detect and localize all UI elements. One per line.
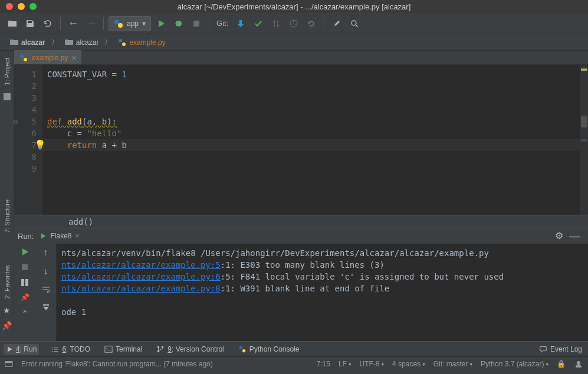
git-revert-button[interactable] — [304, 16, 319, 31]
event-log-button[interactable]: Event Log — [537, 344, 584, 355]
structure-tool-tab[interactable]: 7: Structure — [1, 195, 13, 238]
stop-run-button[interactable] — [20, 263, 29, 272]
star-icon: ★ — [3, 306, 11, 315]
warning-marker[interactable] — [581, 116, 587, 127]
soft-wrap-button[interactable] — [41, 285, 51, 294]
svg-rect-8 — [4, 93, 11, 100]
svg-point-6 — [119, 39, 122, 42]
run-tool-title: Run: — [18, 232, 34, 241]
line-separator[interactable]: LF ♦ — [339, 360, 352, 368]
vcs-tool-button[interactable]: 9: Version Control — [154, 344, 226, 355]
svg-point-22 — [577, 361, 580, 365]
python-interpreter[interactable]: Python 3.7 (alcazar) ♦ — [481, 360, 548, 368]
console-text: :1: W391 blank line at end of file — [221, 284, 390, 293]
breadcrumb-label: alcazar — [76, 38, 99, 47]
editor: example.py × 123 456 789 CONSTANT_VAR = … — [14, 51, 588, 228]
close-run-tab-button[interactable]: × — [75, 232, 80, 240]
gear-icon[interactable]: ⚙ — [555, 230, 563, 242]
file-link[interactable]: nts/alcazar/alcazar/example.py:6 — [61, 272, 221, 281]
console-text: :5: F841 local variable 'c' is assigned … — [221, 272, 504, 281]
indent-setting[interactable]: 4 spaces ♦ — [392, 360, 425, 368]
rerun-button[interactable] — [20, 247, 29, 257]
error-stripe[interactable] — [580, 65, 588, 215]
svg-rect-21 — [5, 361, 12, 363]
status-bar: Error running 'Flake8': Cannot run progr… — [0, 356, 588, 370]
breadcrumb: alcazar 〉 alcazar 〉 example.py — [0, 34, 588, 51]
editor-tabbar: example.py × — [14, 51, 588, 65]
nav-forward-button[interactable]: → — [83, 16, 98, 31]
lock-icon[interactable]: 🔒 — [557, 360, 566, 368]
file-link[interactable]: nts/alcazar/alcazar/example.py:8 — [61, 284, 221, 293]
svg-point-17 — [162, 346, 164, 348]
stop-button[interactable] — [189, 16, 204, 31]
file-encoding[interactable]: UTF-8 ♦ — [360, 360, 385, 368]
save-all-button[interactable] — [22, 16, 38, 31]
debug-button[interactable] — [171, 16, 186, 31]
folder-icon — [64, 38, 74, 47]
folder-icon — [9, 38, 19, 47]
list-icon — [51, 345, 59, 353]
python-icon — [238, 345, 247, 353]
minimize-tool-button[interactable]: — — [569, 230, 580, 242]
search-everywhere-button[interactable] — [347, 16, 362, 31]
chat-icon — [539, 345, 547, 353]
breadcrumb-root[interactable]: alcazar — [6, 37, 49, 48]
run-button[interactable] — [153, 16, 169, 31]
project-tool-tab[interactable]: 1: Project — [1, 53, 13, 90]
scroll-to-end-button[interactable] — [41, 303, 51, 312]
todo-tool-button[interactable]: 6: TODO — [48, 344, 93, 355]
svg-point-5 — [352, 21, 356, 25]
git-commit-button[interactable] — [251, 16, 266, 31]
svg-point-15 — [157, 346, 160, 348]
close-tab-button[interactable]: × — [71, 53, 76, 63]
run-config-label: app — [127, 19, 139, 28]
favorites-tool-tab[interactable]: 2: Favorites — [1, 260, 13, 303]
code-area[interactable]: CONSTANT_VAR = 1 ⊖def add(a, b): c = "he… — [42, 65, 580, 215]
git-update-button[interactable] — [233, 16, 248, 31]
layout-button[interactable] — [20, 278, 29, 287]
settings-button[interactable] — [329, 16, 344, 31]
scroll-down-button[interactable]: ↓ — [44, 266, 48, 277]
more-button[interactable]: » — [23, 307, 27, 314]
svg-point-0 — [114, 19, 119, 24]
warning-marker[interactable] — [581, 68, 587, 71]
windows-icon[interactable] — [5, 360, 13, 368]
run-controls-secondary: ↑ ↓ — [35, 244, 57, 341]
fold-marker-icon[interactable]: ⊖ — [12, 116, 19, 127]
file-link[interactable]: nts/alcazar/alcazar/example.py:5 — [61, 260, 221, 270]
nav-back-button[interactable]: ← — [65, 16, 81, 31]
git-compare-button[interactable] — [268, 16, 284, 31]
terminal-tool-button[interactable]: Terminal — [102, 344, 144, 355]
svg-rect-11 — [22, 264, 28, 270]
run-tab-flake8[interactable]: Flake8 × — [40, 232, 79, 240]
editor-context-bar: add() — [14, 215, 588, 228]
titlebar: alcazar [~/DevExperiments/alcazar] - ...… — [0, 0, 588, 13]
window-title: alcazar [~/DevExperiments/alcazar] - ...… — [0, 2, 588, 11]
caret-marker — [581, 139, 587, 142]
chevron-down-icon: ▾ — [142, 19, 146, 28]
svg-point-1 — [118, 23, 123, 28]
run-config-selector[interactable]: app ▾ — [109, 16, 151, 31]
scroll-up-button[interactable]: ↑ — [44, 247, 48, 258]
svg-rect-3 — [193, 21, 199, 27]
run-tab-label: Flake8 — [50, 232, 71, 240]
intention-bulb-icon[interactable]: 💡 — [34, 139, 46, 151]
git-history-button[interactable] — [286, 16, 301, 31]
open-button[interactable] — [5, 16, 20, 31]
cursor-position[interactable]: 7:15 — [317, 360, 330, 368]
git-branch[interactable]: Git: master ♦ — [433, 360, 472, 368]
editor-body[interactable]: 123 456 789 CONSTANT_VAR = 1 ⊖def add(a,… — [14, 65, 588, 215]
inspector-icon[interactable] — [574, 359, 583, 369]
breadcrumb-folder[interactable]: alcazar — [61, 37, 103, 48]
console-output[interactable]: nts/alcazar/venv/bin/flake8 /Users/jahon… — [57, 244, 588, 341]
run-tool-button[interactable]: 4: Run — [4, 344, 39, 355]
python-console-tool-button[interactable]: Python Console — [236, 344, 302, 355]
pin-icon[interactable]: 📌 — [2, 321, 12, 330]
status-message[interactable]: Error running 'Flake8': Cannot run progr… — [21, 360, 213, 368]
breadcrumb-file[interactable]: example.py — [114, 37, 169, 48]
pin-tab-button[interactable]: 📌 — [21, 293, 29, 301]
svg-rect-12 — [21, 279, 24, 286]
editor-tab-example[interactable]: example.py × — [14, 50, 81, 64]
refresh-button[interactable] — [40, 16, 55, 31]
breadcrumb-label: alcazar — [21, 38, 45, 47]
